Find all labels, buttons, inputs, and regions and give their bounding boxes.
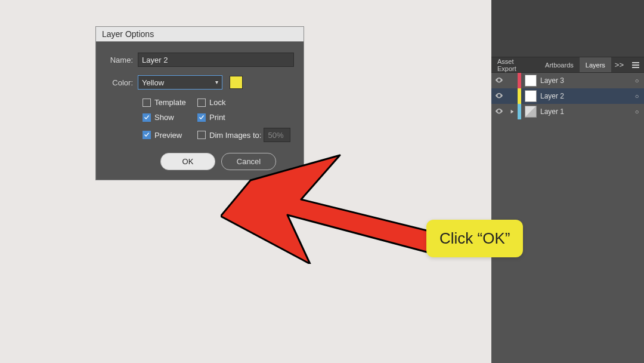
- tab-asset-export[interactable]: Asset Export: [491, 57, 539, 72]
- layer-color-bar: [518, 104, 521, 119]
- layers-list: Layer 3 ○ Layer 2 ○ Layer 1 ○: [491, 73, 644, 119]
- layer-name-text[interactable]: Layer 3: [540, 76, 630, 85]
- show-checkbox[interactable]: Show: [143, 113, 197, 122]
- panel-topbar: [491, 0, 644, 57]
- layer-row[interactable]: Layer 3 ○: [491, 73, 644, 88]
- layer-name-text[interactable]: Layer 1: [540, 107, 630, 116]
- preview-checkbox[interactable]: Preview: [143, 131, 197, 140]
- layers-panel: Asset Export Artboards Layers >> Layer 3…: [491, 0, 644, 363]
- target-icon[interactable]: ○: [630, 93, 644, 100]
- ok-button[interactable]: OK: [160, 153, 215, 170]
- visibility-icon[interactable]: [495, 91, 503, 101]
- dim-input[interactable]: [264, 128, 290, 142]
- color-swatch[interactable]: [230, 76, 243, 89]
- name-input[interactable]: [138, 53, 294, 67]
- show-label: Show: [154, 113, 174, 122]
- visibility-icon[interactable]: [495, 76, 503, 86]
- layer-thumbnail[interactable]: [525, 90, 537, 102]
- layer-thumbnail[interactable]: [525, 75, 537, 87]
- panel-menu-icon[interactable]: [627, 61, 644, 69]
- color-label: Color:: [106, 78, 138, 87]
- target-icon[interactable]: ○: [630, 77, 644, 84]
- preview-label: Preview: [154, 131, 182, 140]
- expand-button[interactable]: >>: [611, 60, 627, 69]
- panel-tabs: Asset Export Artboards Layers >>: [491, 57, 644, 73]
- layer-color-bar: [518, 88, 521, 104]
- target-icon[interactable]: ○: [630, 108, 644, 115]
- layer-color-bar: [518, 73, 521, 88]
- dim-label: Dim Images to:: [209, 131, 261, 140]
- tab-layers[interactable]: Layers: [580, 57, 611, 72]
- layer-thumbnail[interactable]: [525, 106, 537, 118]
- annotation-callout: Click “OK”: [426, 220, 523, 257]
- color-select[interactable]: Yellow: [138, 75, 222, 90]
- layer-row[interactable]: Layer 1 ○: [491, 104, 644, 119]
- lock-checkbox[interactable]: Lock: [197, 98, 225, 107]
- layer-row[interactable]: Layer 2 ○: [491, 88, 644, 104]
- visibility-icon[interactable]: [495, 107, 503, 117]
- annotation-arrow: [221, 150, 441, 264]
- lock-label: Lock: [209, 98, 225, 107]
- print-checkbox[interactable]: Print: [197, 113, 225, 122]
- template-label: Template: [154, 98, 186, 107]
- dialog-title[interactable]: Layer Options: [96, 27, 304, 42]
- svg-marker-0: [221, 155, 441, 264]
- template-checkbox[interactable]: Template: [143, 98, 197, 107]
- layer-name-text[interactable]: Layer 2: [540, 92, 630, 100]
- print-label: Print: [209, 113, 225, 122]
- dim-checkbox[interactable]: Dim Images to:: [197, 131, 261, 140]
- expand-arrow-icon[interactable]: [510, 109, 515, 114]
- name-label: Name:: [106, 56, 138, 64]
- tab-artboards[interactable]: Artboards: [539, 57, 580, 72]
